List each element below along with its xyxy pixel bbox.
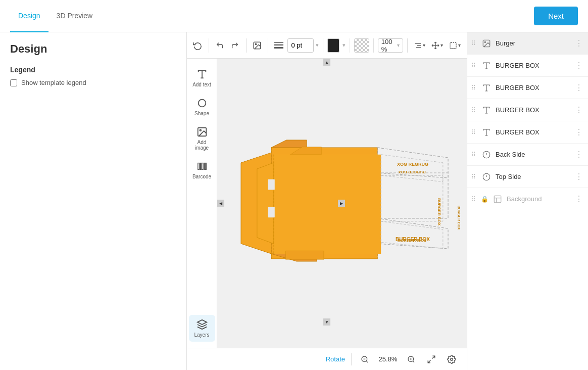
layer-burger-box-4[interactable]: ⠿ BURGER BOX ⋮	[467, 121, 588, 144]
layer-more-topside[interactable]: ⋮	[574, 172, 584, 181]
color-swatch[interactable]	[327, 38, 339, 53]
svg-rect-18	[202, 163, 203, 170]
bottom-sep	[351, 353, 352, 365]
image-btn[interactable]	[250, 37, 264, 54]
next-button[interactable]: Next	[534, 7, 578, 25]
barcode-tool[interactable]: Barcode	[189, 157, 215, 183]
stroke-input-group: 0 pt ▾	[287, 38, 319, 53]
stroke-menu-btn[interactable]	[272, 37, 286, 54]
lock-icon-bg: 🔒	[480, 196, 488, 203]
svg-point-15	[200, 129, 201, 131]
drag-handle-bb1[interactable]: ⠿	[471, 62, 477, 69]
zoom-in-btn[interactable]	[404, 352, 418, 366]
svg-point-13	[198, 100, 206, 107]
toolbar: 0 pt ▾ ▾ 100 % ▾ ▾	[187, 32, 467, 59]
shape-tool[interactable]: Shape	[189, 94, 215, 120]
scroll-arrow-bottom[interactable]: ▼	[323, 318, 330, 326]
add-text-tool[interactable]: Add text	[189, 65, 215, 91]
tab-3d-preview[interactable]: 3D Preview	[48, 0, 101, 32]
layers-tool[interactable]: Layers	[189, 315, 215, 342]
drag-handle-bb3[interactable]: ⠿	[471, 107, 477, 114]
zoom-control[interactable]: 100 % ▾	[378, 38, 403, 53]
layer-more-bg[interactable]: ⋮	[574, 194, 584, 204]
scroll-arrow-top[interactable]: ▲	[323, 59, 330, 66]
history-btn[interactable]	[191, 37, 205, 54]
layer-burger[interactable]: ⠿ Burger ⋮	[467, 32, 588, 55]
zoom-controls: 25.8%	[358, 352, 418, 366]
layer-more-burger[interactable]: ⋮	[574, 38, 584, 48]
canvas-workspace: ▲ ▼ ◀ ▶ Add text Shape	[187, 59, 467, 348]
zoom-value-label: 100 %	[381, 38, 396, 53]
layer-back-side[interactable]: ⠿ Back Side ⋮	[467, 144, 588, 166]
svg-rect-3	[274, 44, 283, 45]
layer-icon-burger	[480, 37, 493, 50]
show-template-legend-checkbox[interactable]: Show template legend	[10, 79, 176, 86]
drag-handle-bg[interactable]: ⠿	[471, 196, 477, 203]
drag-handle-backside[interactable]: ⠿	[471, 151, 477, 158]
add-image-tool[interactable]: Add image	[189, 122, 215, 155]
layer-name-topside: Top Side	[496, 173, 571, 180]
svg-marker-21	[197, 320, 206, 325]
layer-icon-bb3	[480, 104, 493, 116]
align-btn[interactable]: ▾	[412, 38, 427, 53]
color-dropdown-arrow[interactable]: ▾	[342, 42, 346, 49]
sep-7	[407, 38, 408, 53]
transform-btn[interactable]: ▾	[429, 38, 445, 53]
layer-name-bb2: BURGER BOX	[496, 84, 571, 91]
svg-rect-60	[274, 155, 381, 254]
drag-handle-topside[interactable]: ⠿	[471, 173, 477, 180]
zoom-out-btn[interactable]	[358, 352, 372, 366]
layer-icon-bb4	[480, 126, 493, 138]
drag-handle-burger[interactable]: ⠿	[471, 40, 477, 47]
layer-more-bb1[interactable]: ⋮	[574, 61, 584, 70]
scroll-arrow-left[interactable]: ◀	[217, 200, 224, 207]
stroke-input[interactable]: 0 pt	[287, 38, 314, 53]
zoom-dropdown-arrow: ▾	[397, 42, 400, 48]
layer-more-bb2[interactable]: ⋮	[574, 83, 584, 92]
scroll-arrow-right[interactable]: ▶	[338, 200, 345, 207]
layer-burger-box-3[interactable]: ⠿ BURGER BOX ⋮	[467, 99, 588, 121]
fit-screen-btn[interactable]	[424, 352, 438, 366]
redo-btn[interactable]	[228, 37, 242, 54]
sep-6	[373, 38, 374, 53]
layer-more-bb3[interactable]: ⋮	[574, 105, 584, 115]
svg-rect-20	[205, 163, 206, 170]
svg-rect-10	[450, 42, 456, 49]
layer-burger-box-2[interactable]: ⠿ BURGER BOX ⋮	[467, 77, 588, 99]
settings-btn[interactable]	[445, 352, 459, 366]
layer-more-bb4[interactable]: ⋮	[574, 127, 584, 137]
svg-marker-67	[381, 221, 443, 249]
drag-handle-bb2[interactable]: ⠿	[471, 84, 477, 91]
drag-handle-bb4[interactable]: ⠿	[471, 129, 477, 136]
svg-text:BURGER BOX: BURGER BOX	[398, 238, 427, 243]
svg-marker-64	[285, 251, 323, 259]
undo-btn[interactable]	[213, 37, 226, 54]
select-btn[interactable]: ▾	[447, 38, 463, 53]
pattern-swatch[interactable]	[354, 38, 369, 53]
page-title: Design	[10, 42, 176, 56]
svg-rect-4	[274, 47, 283, 49]
svg-rect-62	[268, 179, 275, 190]
tab-design[interactable]: Design	[10, 0, 48, 32]
stroke-dropdown-arrow[interactable]: ▾	[316, 42, 319, 49]
rotate-button[interactable]: Rotate	[326, 355, 345, 363]
show-template-legend-input[interactable]	[10, 79, 17, 86]
svg-point-94	[484, 41, 485, 42]
layer-burger-box-1[interactable]: ⠿ BURGER BOX ⋮	[467, 55, 588, 77]
canvas-area: 0 pt ▾ ▾ 100 % ▾ ▾	[187, 32, 467, 370]
add-image-label: Add image	[191, 140, 213, 151]
layer-more-backside[interactable]: ⋮	[574, 150, 584, 159]
top-nav: Design 3D Preview Next	[0, 0, 588, 32]
layer-top-side[interactable]: ⠿ Top Side ⋮	[467, 166, 588, 188]
main-design-svg: BURGER BOX BURGER BOX BURGER BOX	[248, 132, 467, 274]
svg-line-84	[366, 361, 368, 362]
layer-name-burger: Burger	[496, 39, 571, 47]
layer-background[interactable]: ⠿ 🔒 Background ⋮	[467, 188, 588, 210]
layer-icon-bg	[492, 193, 504, 205]
right-panel: ⠿ Burger ⋮ ⠿	[467, 32, 588, 370]
sep-2	[246, 38, 247, 53]
layer-icon-backside	[480, 149, 493, 161]
svg-rect-2	[274, 42, 283, 43]
svg-rect-19	[204, 163, 204, 170]
left-panel: Design Legend Show template legend	[0, 32, 187, 370]
